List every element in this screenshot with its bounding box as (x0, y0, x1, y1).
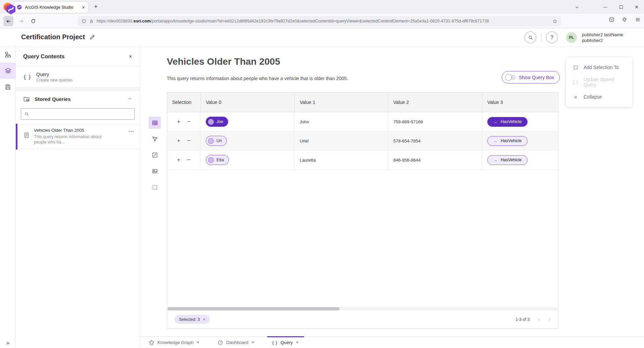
stored-query-item[interactable]: Vehicles Older Than 2005 This query retu… (16, 124, 140, 150)
list-tabs-button[interactable] (571, 0, 583, 14)
help-button[interactable]: ? (546, 32, 558, 43)
remove-selection-icon[interactable]: − (187, 157, 191, 163)
stored-queries-header: Stored Queries (16, 91, 140, 107)
next-page-button[interactable]: › (549, 316, 551, 323)
tab-close-icon[interactable]: × (82, 5, 85, 10)
query-item-title: Query (36, 72, 72, 77)
tab-query[interactable]: { } Query × (267, 337, 304, 348)
tab-close-icon[interactable]: × (197, 340, 199, 345)
save-icon (5, 84, 11, 90)
column-header-value0: Value 0 (201, 93, 295, 112)
forward-button[interactable] (16, 16, 26, 26)
edit-title-button[interactable] (89, 34, 96, 40)
rail-save-button[interactable] (0, 79, 16, 95)
link-chart-view-button[interactable] (149, 133, 161, 145)
user-avatar[interactable]: PL (566, 32, 577, 43)
cell-phone: 578-654-7854 (388, 131, 482, 150)
stored-query-search[interactable] (21, 108, 135, 120)
cell-name: Lauretta (295, 151, 388, 169)
add-to-icon (572, 65, 579, 70)
rail-project-button[interactable] (0, 47, 16, 63)
selection-tools-button[interactable] (149, 181, 161, 193)
add-selection-icon[interactable]: + (177, 157, 181, 163)
bookmark-star-icon[interactable] (552, 19, 557, 24)
search-icon (528, 35, 533, 40)
url-text: https://dev0028833.esri.com/portal/apps/… (97, 19, 549, 23)
window-close-button[interactable]: × (631, 0, 642, 14)
arrow-right-icon: → (493, 119, 497, 124)
add-selection-icon[interactable]: + (177, 137, 181, 144)
table-view-button[interactable] (149, 117, 161, 129)
minimize-button[interactable] (599, 0, 611, 14)
relationship-pill[interactable]: →HasVehicle (487, 117, 528, 127)
content-tab-bar: Knowledge Graph × Dashboard × { } Query … (140, 336, 644, 348)
chart-view-button[interactable] (149, 149, 161, 161)
menu-item-add-selection-to[interactable]: Add Selection To (566, 60, 632, 75)
braces-icon: { } (273, 340, 278, 345)
more-options-icon[interactable]: ··· (129, 129, 134, 134)
tab-dashboard[interactable]: Dashboard × (212, 337, 259, 348)
maximize-button[interactable] (615, 0, 627, 14)
pencil-icon (89, 34, 96, 40)
remove-selection-icon[interactable]: − (187, 118, 191, 125)
column-header-value2: Value 2 (388, 93, 482, 112)
page-title: Vehicles Older Than 2005 (167, 56, 280, 67)
arrow-right-icon: → (493, 138, 497, 143)
tab-close-icon[interactable]: × (296, 340, 299, 345)
remove-selection-icon[interactable]: − (187, 137, 191, 144)
braces-icon: { } (24, 74, 31, 80)
table-row: + − Joe John 759-889-57168 →HasVehicle (167, 112, 558, 131)
search-input[interactable] (32, 112, 131, 117)
url-bar[interactable]: https://dev0028833.esri.com/portal/apps/… (78, 16, 561, 26)
image-view-button[interactable] (149, 165, 161, 177)
reload-button[interactable] (28, 16, 38, 26)
select-region-icon (152, 184, 158, 190)
entity-pill[interactable]: Joe (206, 117, 228, 127)
rail-contents-button[interactable] (0, 63, 16, 79)
show-query-box-toggle[interactable]: Show Query Box (502, 71, 560, 83)
horizontal-scrollbar[interactable] (167, 307, 558, 310)
new-tab-button[interactable]: + (94, 3, 98, 10)
relationship-pill[interactable]: →HasVehicle (487, 136, 528, 146)
tab-knowledge-graph[interactable]: Knowledge Graph × (143, 337, 205, 348)
add-selection-icon[interactable]: + (177, 118, 181, 125)
prev-page-button[interactable]: ‹ (538, 316, 540, 323)
selected-count-chip[interactable]: Selected: 3 × (175, 315, 210, 324)
table-row: + − Etta Lauretta 846-956-8644 →HasVehic… (167, 151, 558, 170)
stored-queries-title: Stored Queries (35, 96, 71, 102)
column-header-selection: Selection (167, 93, 201, 112)
relationship-pill[interactable]: →HasVehicle (487, 155, 528, 165)
pocket-icon (609, 17, 614, 22)
extensions-button[interactable] (622, 17, 627, 22)
page-description: This query returns information about peo… (167, 76, 348, 81)
new-query-item[interactable]: { } Query Create new queries (16, 67, 140, 88)
lock-icon (89, 19, 94, 23)
panel-close-icon[interactable]: × (129, 53, 132, 60)
column-header-value1: Value 1 (295, 93, 388, 112)
user-info[interactable]: publisher2 lastName publisher2 (582, 32, 623, 43)
panel-title: Query Contents (23, 53, 129, 60)
expand-rail-button[interactable]: » (0, 340, 16, 346)
pagination-range: 1-3 of 3 (515, 317, 530, 322)
search-button[interactable] (525, 32, 536, 43)
app-favicon-icon (16, 4, 22, 10)
entity-pill[interactable]: Uri (206, 136, 227, 146)
user-login: publisher2 (582, 38, 623, 43)
pocket-button[interactable] (609, 17, 614, 22)
entity-dot-icon (208, 157, 214, 163)
clear-selection-icon[interactable]: × (203, 317, 206, 322)
app-logo-icon (5, 3, 17, 15)
back-button[interactable] (3, 16, 13, 26)
menu-item-update-stored-query[interactable]: { } Update Stored Query (566, 75, 632, 90)
entity-pill[interactable]: Etta (206, 155, 229, 165)
toggle-switch[interactable] (506, 75, 516, 80)
tab-close-icon[interactable]: × (251, 340, 254, 345)
sitemap-icon (5, 51, 11, 58)
document-icon (23, 132, 30, 138)
cell-name: John (295, 112, 388, 131)
browser-menu-button[interactable] (635, 17, 641, 22)
menu-item-collapse[interactable]: » Collapse (566, 90, 632, 104)
scrollbar-thumb[interactable] (167, 307, 340, 310)
collapse-section-button[interactable] (128, 97, 132, 101)
browser-tab[interactable]: ArcGIS Knowledge Studio × (13, 2, 88, 13)
